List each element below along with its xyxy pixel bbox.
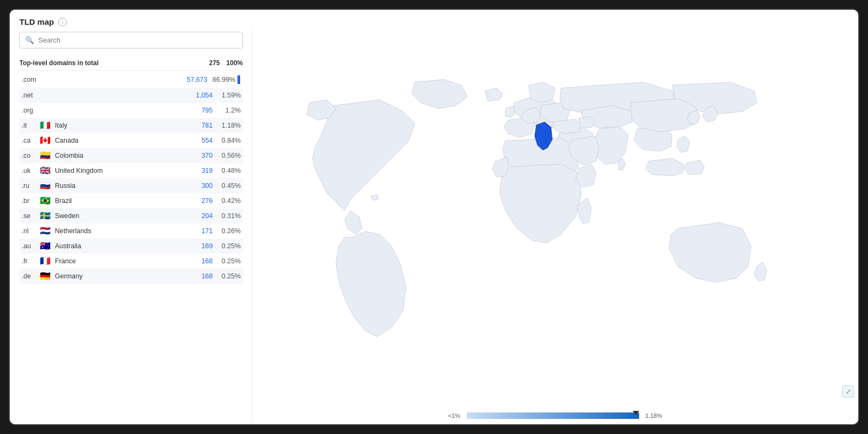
country-flag: 🇮🇹 <box>40 122 52 129</box>
legend-marker <box>633 411 639 415</box>
country-name: Germany <box>55 272 180 280</box>
tld-pct: 0.84% <box>213 137 241 144</box>
country-flag: 🇸🇪 <box>40 212 52 220</box>
tld-count: 168 <box>180 257 213 265</box>
search-icon: 🔍 <box>25 36 34 44</box>
tld-code: .se <box>22 212 40 220</box>
legend-gradient <box>467 412 639 419</box>
main-content: 🔍 Top-level domains in total 275 100% .c… <box>10 26 858 424</box>
list-item[interactable]: .br🇧🇷Brazil2760.42% <box>19 193 243 208</box>
country-flag: 🇩🇪 <box>40 272 52 280</box>
country-name: Colombia <box>55 152 180 159</box>
country-flag: 🇷🇺 <box>40 182 52 190</box>
tld-pct: 0.45% <box>213 182 241 190</box>
tld-count: 168 <box>180 272 213 280</box>
tld-code: .ru <box>22 182 40 190</box>
country-flag: 🇳🇱 <box>40 227 52 235</box>
list-item[interactable]: .com57,67386.99% <box>19 72 243 88</box>
tld-count: 319 <box>180 167 213 174</box>
tld-bar-cell <box>237 75 241 84</box>
tld-count: 370 <box>180 152 213 159</box>
country-flag: 🇨🇦 <box>40 137 52 144</box>
tld-pct: 0.25% <box>213 242 241 250</box>
tld-count: 554 <box>180 137 213 144</box>
tld-count: 169 <box>180 242 213 250</box>
header-total-pct: 100% <box>226 59 243 67</box>
list-item[interactable]: .uk🇬🇧United Kingdom3190.48% <box>19 163 243 178</box>
tld-code: .de <box>22 272 40 280</box>
tld-code: .net <box>22 92 40 99</box>
tld-count: 795 <box>180 107 213 114</box>
tld-count: 276 <box>180 197 213 205</box>
tld-pct: 1.59% <box>213 92 241 99</box>
tld-pct: 0.25% <box>213 272 241 280</box>
tld-list: .com57,67386.99%.net1,0541.59%.org7951.2… <box>19 72 243 419</box>
left-panel: 🔍 Top-level domains in total 275 100% .c… <box>10 26 252 424</box>
tld-code: .au <box>22 242 40 250</box>
tld-pct: 0.48% <box>213 167 241 174</box>
country-name: Australia <box>55 242 180 250</box>
country-flag: 🇧🇷 <box>40 197 52 205</box>
legend-left-label: <1% <box>448 412 460 419</box>
tld-pct: 0.56% <box>213 152 241 159</box>
tld-pct: 1.2% <box>213 107 241 114</box>
tld-code: .com <box>22 76 40 83</box>
world-map <box>263 37 848 396</box>
tld-code: .nl <box>22 227 40 235</box>
tld-pct: 0.25% <box>213 257 241 265</box>
country-name: Brazil <box>55 197 180 205</box>
list-item[interactable]: .au🇦🇺Australia1690.25% <box>19 239 243 254</box>
list-item[interactable]: .de🇩🇪Germany1680.25% <box>19 269 243 284</box>
tld-count: 204 <box>180 212 213 220</box>
tld-bar <box>237 75 240 84</box>
list-item[interactable]: .ca🇨🇦Canada5540.84% <box>19 133 243 148</box>
search-container[interactable]: 🔍 <box>19 32 243 48</box>
tld-code: .fr <box>22 257 40 265</box>
tld-header-row: Top-level domains in total 275 100% <box>19 56 243 71</box>
list-item[interactable]: .ru🇷🇺Russia3000.45% <box>19 178 243 193</box>
country-name: Russia <box>55 182 180 190</box>
list-item[interactable]: .fr🇫🇷France1680.25% <box>19 254 243 269</box>
main-window: TLD map i 🔍 Top-level domains in total 2… <box>9 9 859 425</box>
tld-code: .uk <box>22 167 40 174</box>
country-flag: 🇦🇺 <box>40 242 52 250</box>
tld-count: 781 <box>180 122 213 129</box>
header-stats: 275 100% <box>209 59 243 67</box>
legend-bar: <1% 1.18% <box>252 407 858 424</box>
country-name: Italy <box>55 122 180 129</box>
tld-code: .ca <box>22 137 40 144</box>
list-item[interactable]: .nl🇳🇱Netherlands1710.26% <box>19 223 243 239</box>
tld-code: .co <box>22 152 40 159</box>
header-total-count: 275 <box>209 59 220 67</box>
tld-count: 57,673 <box>175 76 207 83</box>
search-input[interactable] <box>38 36 237 44</box>
list-item[interactable]: .org7951.2% <box>19 103 243 118</box>
zoom-icon[interactable]: ⤢ <box>842 386 854 397</box>
country-flag: 🇫🇷 <box>40 257 52 265</box>
country-name: Sweden <box>55 212 180 220</box>
tld-code: .it <box>22 122 40 129</box>
country-name: France <box>55 257 180 265</box>
tld-pct: 0.26% <box>213 227 241 235</box>
country-name: United Kingdom <box>55 167 180 174</box>
list-item[interactable]: .se🇸🇪Sweden2040.31% <box>19 208 243 223</box>
title-bar: TLD map i <box>10 10 858 26</box>
tld-pct: 1.18% <box>213 122 241 129</box>
tld-pct: 0.31% <box>213 212 241 220</box>
country-name: Netherlands <box>55 227 180 235</box>
info-icon[interactable]: i <box>58 18 67 26</box>
map-container <box>252 26 858 407</box>
tld-count: 171 <box>180 227 213 235</box>
list-item[interactable]: .co🇨🇴Colombia3700.56% <box>19 148 243 163</box>
tld-count: 1,054 <box>180 92 213 99</box>
tld-code: .br <box>22 197 40 205</box>
country-flag: 🇬🇧 <box>40 167 52 174</box>
tld-count: 300 <box>180 182 213 190</box>
country-name: Canada <box>55 137 180 144</box>
right-panel: <1% 1.18% ⤢ <box>252 26 858 424</box>
page-title: TLD map <box>19 17 54 26</box>
list-item[interactable]: .net1,0541.59% <box>19 88 243 103</box>
tld-pct: 0.42% <box>213 197 241 205</box>
tld-header-label: Top-level domains in total <box>19 59 99 67</box>
list-item[interactable]: .it🇮🇹Italy7811.18% <box>19 118 243 133</box>
